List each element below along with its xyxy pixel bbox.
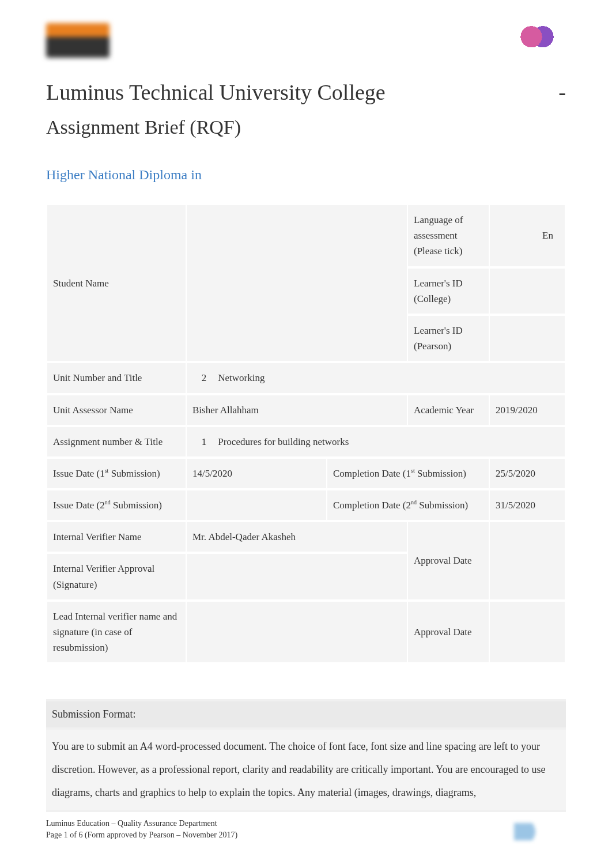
institution-logo xyxy=(508,23,566,62)
learner-id-pearson-label: Learner's ID (Pearson) xyxy=(408,316,489,361)
issue-date-1-value: 14/5/2020 xyxy=(187,459,326,488)
unit-number-title-value: 2 Networking xyxy=(187,363,565,393)
submission-section: Submission Format: You are to submit an … xyxy=(46,699,566,812)
subtitle: Assignment Brief (RQF) xyxy=(46,116,566,138)
btec-logo xyxy=(46,23,109,58)
diploma-line: Higher National Diploma in xyxy=(46,167,566,183)
student-name-label: Student Name xyxy=(47,205,186,361)
academic-year-label: Academic Year xyxy=(408,395,489,425)
unit-assessor-label: Unit Assessor Name xyxy=(47,395,186,425)
student-name-value xyxy=(187,205,407,361)
footer-line-1: Luminus Education – Quality Assurance De… xyxy=(46,818,237,829)
submission-body: You are to submit an A4 word-processed d… xyxy=(46,730,566,810)
footer-line-2: Page 1 of 6 (Form approved by Pearson – … xyxy=(46,829,237,841)
issue-date-2-label: Issue Date (2nd Submission) xyxy=(47,490,186,520)
issue-date-1-label: Issue Date (1st Submission) xyxy=(47,459,186,488)
learner-id-college-value xyxy=(490,269,565,314)
approval-date-value-2 xyxy=(490,602,565,663)
approval-date-value xyxy=(490,522,565,599)
completion-date-2-label: Completion Date (2nd Submission) xyxy=(327,490,489,520)
language-value: En xyxy=(490,205,565,266)
completion-date-1-value: 25/5/2020 xyxy=(490,459,565,488)
unit-number-title-label: Unit Number and Title xyxy=(47,363,186,393)
approval-date-label-2: Approval Date xyxy=(408,602,489,663)
internal-verifier-value: Mr. Abdel-Qader Akasheh xyxy=(187,522,407,552)
lead-verifier-value xyxy=(187,602,407,663)
learner-id-college-label: Learner's ID (College) xyxy=(408,269,489,314)
approval-date-label: Approval Date xyxy=(408,522,489,599)
academic-year-value: 2019/2020 xyxy=(490,395,565,425)
assignment-data-table: Student Name Language of assessment (Ple… xyxy=(46,203,566,665)
internal-verifier-approval-value xyxy=(187,554,407,599)
title-dash: - xyxy=(558,80,566,105)
main-title: Luminus Technical University College xyxy=(46,80,386,105)
internal-verifier-approval-label: Internal Verifier Approval (Signature) xyxy=(47,554,186,599)
completion-date-1-label: Completion Date (1st Submission) xyxy=(327,459,489,488)
submission-header: Submission Format: xyxy=(46,701,566,727)
unit-assessor-value: Bisher Allahham xyxy=(187,395,407,425)
lead-verifier-label: Lead Internal verifier name and signatur… xyxy=(47,602,186,663)
internal-verifier-label: Internal Verifier Name xyxy=(47,522,186,552)
assignment-number-label: Assignment number & Title xyxy=(47,427,186,456)
issue-date-2-value xyxy=(187,490,326,520)
footer: Luminus Education – Quality Assurance De… xyxy=(46,818,566,840)
assignment-number-value: 1 Procedures for building networks xyxy=(187,427,565,456)
learner-id-pearson-value xyxy=(490,316,565,361)
language-label: Language of assessment (Please tick) xyxy=(408,205,489,266)
completion-date-2-value: 31/5/2020 xyxy=(490,490,565,520)
pearson-logo xyxy=(514,823,566,840)
